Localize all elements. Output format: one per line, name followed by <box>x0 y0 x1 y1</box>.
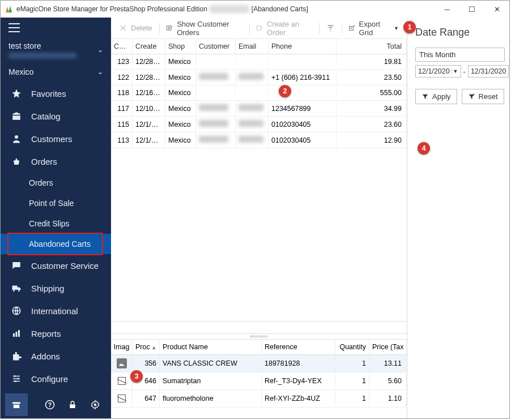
svg-point-3 <box>15 135 18 139</box>
show-customer-orders-button[interactable]: Show Customer Orders <box>161 18 246 39</box>
nav-customers[interactable]: Customers <box>1 127 111 150</box>
nav-label: Customer Service <box>31 261 99 271</box>
cell-email <box>236 117 269 132</box>
svg-point-16 <box>94 404 97 406</box>
apply-button[interactable]: Apply <box>415 89 457 104</box>
sub-orders[interactable]: Orders <box>1 173 111 193</box>
cell-customer <box>196 58 236 65</box>
cell-quantity: 1 <box>335 356 369 371</box>
callout-4: 4 <box>418 142 430 155</box>
box-icon <box>11 111 22 121</box>
maximize-button[interactable]: ☐ <box>459 1 484 18</box>
horizontal-splitter[interactable] <box>111 333 407 339</box>
minimize-button[interactable]: ─ <box>435 1 459 18</box>
cell-customer <box>196 132 236 148</box>
svg-rect-2 <box>8 31 20 32</box>
globe-icon <box>11 306 22 316</box>
table-row[interactable]: 11312/1/202Mexico010203040512.90 <box>111 132 407 148</box>
cell-id: 122 <box>111 70 133 85</box>
detail-header[interactable]: Imag Proc▲ Product Name Reference Quanti… <box>111 340 407 355</box>
detail-row[interactable]: 356VANS CLASSIC CREW189781928113.11 <box>111 355 407 372</box>
col-total[interactable]: Total <box>373 39 407 54</box>
sub-label: Orders <box>29 178 53 187</box>
nav-catalog[interactable]: Catalog <box>1 105 111 127</box>
hamburger-button[interactable] <box>1 18 111 38</box>
truck-icon <box>11 283 22 293</box>
lock-button[interactable] <box>61 393 84 416</box>
cell-price: 5.60 <box>369 374 407 388</box>
col-email[interactable]: Email <box>236 39 269 54</box>
cell-date: 12/28/20 <box>133 70 165 85</box>
detail-row[interactable]: 647fluorometholoneRef-XYI-ZZb-4UZ11.10 <box>111 390 407 408</box>
title-blur <box>210 5 249 13</box>
detail-row[interactable]: 646SumatriptanRef-_T3-Dy4-YEX15.60 <box>111 372 407 390</box>
btn-label: Delete <box>131 24 152 32</box>
col-create[interactable]: Create <box>133 39 165 54</box>
close-button[interactable]: ✕ <box>484 1 509 18</box>
col-product-name[interactable]: Product Name <box>160 340 262 354</box>
col-quantity[interactable]: Quantity <box>335 340 369 354</box>
svg-rect-7 <box>13 333 15 337</box>
table-row[interactable]: 11712/10/20Mexico123456789934.99 <box>111 101 407 117</box>
cell-phone <box>269 89 337 96</box>
nav-configure[interactable]: Configure <box>1 367 111 390</box>
help-button[interactable]: ? <box>39 393 61 416</box>
nav-customer-service[interactable]: Customer Service <box>1 254 111 277</box>
no-image-icon <box>117 393 127 404</box>
cell-email <box>236 101 269 116</box>
cell-shop: Mexico <box>165 85 196 100</box>
reset-button[interactable]: Reset <box>462 89 504 104</box>
cell-total: 23.60 <box>373 117 407 132</box>
settings-button[interactable] <box>84 393 107 416</box>
create-order-button[interactable]: Create an Order <box>252 18 316 39</box>
svg-text:?: ? <box>48 401 52 408</box>
sub-abandoned-carts[interactable]: Abandoned Carts <box>1 234 111 254</box>
cell-price: 13.11 <box>369 356 407 371</box>
nav-shipping[interactable]: Shipping <box>1 277 111 299</box>
archive-button[interactable] <box>5 393 28 416</box>
cell-product-id: 646 <box>133 374 160 388</box>
table-row[interactable]: 11512/1/202Mexico010203040523.60 <box>111 117 407 132</box>
cell-phone: 0102030405 <box>269 117 337 132</box>
cell-date: 12/1/202 <box>133 133 165 148</box>
cell-product-name: VANS CLASSIC CREW <box>160 356 262 371</box>
sub-credit-slips[interactable]: Credit Slips <box>1 213 111 234</box>
nav-addons[interactable]: Addons <box>1 345 111 367</box>
col-price[interactable]: Price (Tax I <box>369 340 407 354</box>
app-title: eMagicOne Store Manager for PrestaShop P… <box>16 5 207 13</box>
col-image[interactable]: Imag <box>111 340 133 354</box>
table-row[interactable]: 12312/28/20Mexico19.81 <box>111 54 407 70</box>
table-row[interactable]: 12212/28/20Mexico+1 (606) 216-391123.50 <box>111 70 407 85</box>
col-customer[interactable]: Customer <box>196 39 236 54</box>
basket-icon <box>11 156 22 166</box>
country-selector[interactable]: Mexico ⌄ <box>1 64 111 82</box>
nav-reports[interactable]: Reports <box>1 322 111 345</box>
svg-rect-1 <box>8 27 20 28</box>
filter-button[interactable] <box>322 22 339 35</box>
nav-favorites[interactable]: Favorites <box>1 82 111 105</box>
cell-total: 23.50 <box>373 70 407 85</box>
date-from-input[interactable]: 12/1/2020▼ <box>415 65 461 78</box>
col-cart-id[interactable]: Cart I <box>111 39 133 54</box>
sub-pos[interactable]: Point of Sale <box>1 193 111 213</box>
date-to-input[interactable]: 12/31/2020 <box>468 65 509 78</box>
nav-orders[interactable]: Orders <box>1 150 111 173</box>
grid-header[interactable]: Cart I Create Shop Customer Email Phone … <box>111 39 407 54</box>
table-row[interactable]: 11812/16/20Mexico555.00 <box>111 85 407 101</box>
cell-customer <box>196 89 236 96</box>
delete-button[interactable]: Delete <box>114 22 157 35</box>
nav-international[interactable]: International <box>1 299 111 322</box>
svg-rect-9 <box>18 330 20 337</box>
thumbnail-icon <box>117 358 127 368</box>
col-product-id[interactable]: Proc▲ <box>133 340 160 354</box>
export-grid-button[interactable]: Export Grid▼ <box>344 18 403 39</box>
cell-phone: 0102030405 <box>269 133 337 148</box>
range-type-selector[interactable]: This Month <box>415 48 505 62</box>
col-shop[interactable]: Shop <box>165 39 196 54</box>
store-selector[interactable]: test store ⌄ <box>1 38 111 64</box>
country-name: Mexico <box>8 67 33 76</box>
svg-point-4 <box>13 290 15 292</box>
col-reference[interactable]: Reference <box>262 340 335 354</box>
col-phone[interactable]: Phone <box>269 39 337 54</box>
btn-label: Show Customer Orders <box>177 20 242 37</box>
